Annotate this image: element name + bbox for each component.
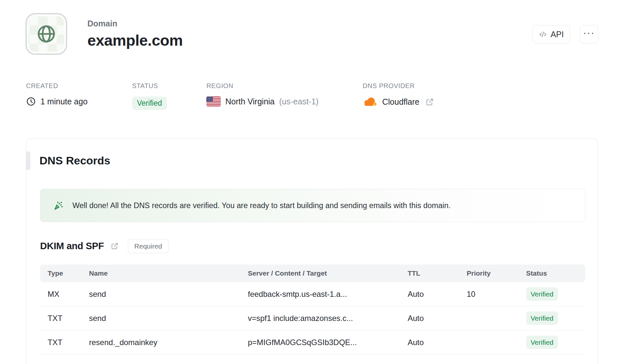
cell-name: resend._domainkey	[89, 338, 248, 347]
col-type: Type	[40, 269, 89, 277]
dns-records-title: DNS Records	[39, 154, 110, 167]
meta-status: STATUS Verified	[132, 82, 158, 90]
region-code: (us-east-1)	[279, 97, 319, 106]
cell-content: feedback-smtp.us-east-1.a...	[248, 290, 408, 299]
api-button[interactable]: API	[532, 25, 570, 43]
dns-records-card: DNS Records Well done! All the DNS recor…	[26, 138, 598, 364]
scroll-indicator[interactable]	[26, 151, 30, 170]
dkim-spf-section-header: DKIM and SPF Required	[40, 239, 169, 253]
page-kicker: Domain	[87, 19, 117, 28]
table-header: Type Name Server / Content / Target TTL …	[40, 265, 585, 282]
col-content: Server / Content / Target	[248, 269, 408, 277]
region-name: North Virginia	[225, 97, 275, 106]
cell-type: TXT	[40, 338, 89, 347]
cell-name: send	[89, 290, 248, 299]
cell-content: v=spf1 include:amazonses.c...	[248, 314, 408, 323]
external-link-icon[interactable]	[425, 98, 434, 106]
dns-provider-value: Cloudflare	[382, 97, 419, 107]
page-title: example.com	[87, 31, 183, 49]
ellipsis-icon: ···	[583, 27, 595, 38]
dns-provider-label: DNS PROVIDER	[363, 82, 415, 90]
code-icon	[538, 30, 547, 39]
created-label: CREATED	[26, 82, 58, 90]
cell-type: TXT	[40, 314, 89, 323]
external-link-icon[interactable]	[111, 242, 119, 250]
col-priority: Priority	[467, 269, 526, 277]
cell-name: send	[89, 314, 248, 323]
meta-region: REGION	[206, 82, 234, 90]
cell-status: Verified	[526, 287, 585, 301]
meta-dns-provider: DNS PROVIDER Cloudflare	[363, 82, 415, 90]
col-name: Name	[89, 269, 248, 277]
cloudflare-icon	[363, 97, 378, 107]
globe-icon	[36, 23, 57, 45]
dkim-spf-title: DKIM and SPF	[40, 241, 104, 251]
table-row: TXT send v=spf1 include:amazonses.c... A…	[40, 306, 585, 330]
required-badge: Required	[128, 239, 169, 253]
domain-avatar	[25, 13, 67, 55]
verified-badge: Verified	[526, 287, 558, 301]
cell-ttl: Auto	[408, 338, 467, 347]
region-label: REGION	[206, 82, 234, 90]
cell-ttl: Auto	[408, 290, 467, 299]
cell-status: Verified	[526, 336, 585, 349]
created-value: 1 minute ago	[40, 97, 88, 106]
us-flag-icon	[206, 97, 221, 106]
more-button[interactable]: ···	[580, 25, 598, 43]
table-body: MX send feedback-smtp.us-east-1.a... Aut…	[40, 282, 585, 355]
dns-records-table: Type Name Server / Content / Target TTL …	[40, 265, 585, 355]
status-badge: Verified	[132, 97, 167, 110]
table-row: MX send feedback-smtp.us-east-1.a... Aut…	[40, 282, 585, 306]
cell-type: MX	[40, 290, 89, 299]
col-ttl: TTL	[408, 269, 467, 277]
table-row: TXT resend._domainkey p=MIGfMA0GCSqGSIb3…	[40, 330, 585, 355]
domain-detail-page: Domain example.com API ··· CREATED 1 min…	[0, 0, 634, 364]
cell-content: p=MIGfMA0GCSqGSIb3DQE...	[248, 338, 408, 347]
col-status: Status	[526, 269, 585, 277]
success-banner: Well done! All the DNS records are verif…	[40, 189, 585, 222]
cell-status: Verified	[526, 311, 585, 325]
clock-icon	[26, 97, 36, 106]
verified-badge: Verified	[526, 336, 558, 349]
banner-message: Well done! All the DNS records are verif…	[72, 201, 451, 210]
verified-badge: Verified	[526, 311, 558, 325]
cell-priority: 10	[467, 290, 526, 299]
meta-created: CREATED 1 minute ago	[26, 82, 58, 90]
api-button-label: API	[551, 30, 564, 39]
cell-ttl: Auto	[408, 314, 467, 323]
status-label: STATUS	[132, 82, 158, 90]
party-popper-icon	[53, 200, 64, 211]
